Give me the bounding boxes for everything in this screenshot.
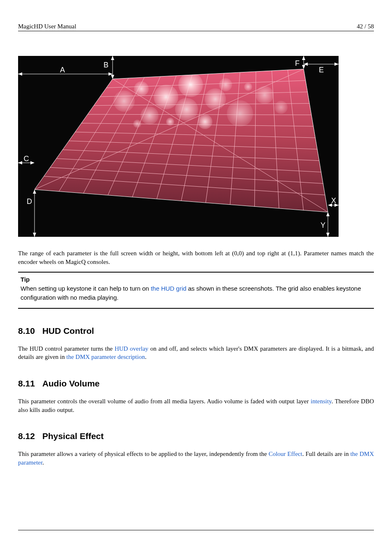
svg-point-31: [198, 114, 212, 129]
svg-point-37: [178, 72, 203, 97]
label-D: D: [27, 197, 32, 206]
tip-block: Tip When setting up keystone it can help…: [21, 275, 371, 302]
svg-point-39: [133, 120, 141, 128]
page-header: MagicHD User Manual 42 / 58: [18, 23, 374, 31]
tip-text-before: When setting up keystone it can help to …: [21, 285, 151, 292]
heading-8-12: 8.12Physical Effect: [18, 430, 374, 442]
label-Y: Y: [321, 221, 325, 229]
svg-point-26: [154, 85, 178, 109]
secno-8-11: 8.11: [18, 378, 35, 390]
paragraph-8-12: This parameter allows a variety of physi…: [18, 450, 374, 467]
svg-point-35: [219, 78, 232, 91]
link-intensity[interactable]: intensity: [311, 398, 332, 405]
title-8-11: Audio Volume: [42, 379, 100, 388]
paragraph-8-10: The HUD control parameter turns the HUD …: [18, 345, 374, 361]
secno-8-12: 8.12: [18, 430, 35, 442]
svg-point-40: [244, 83, 252, 91]
paragraph-8-11: This parameter controls the overall volu…: [18, 397, 374, 414]
svg-point-34: [134, 81, 149, 96]
footer-rule: [18, 530, 374, 530]
heading-8-10: 8.10HUD Control: [18, 325, 374, 337]
svg-point-29: [141, 106, 159, 125]
label-A: A: [60, 66, 65, 74]
label-B: B: [104, 61, 108, 69]
secno-8-10: 8.10: [18, 325, 35, 337]
keystone-figure: A B E F C: [18, 56, 374, 237]
tip-text: When setting up keystone it can help to …: [21, 284, 371, 302]
header-title: MagicHD User Manual: [18, 23, 76, 30]
paragraph-range: The range of each parameter is the full …: [18, 249, 374, 266]
label-E: E: [319, 66, 324, 74]
svg-point-38: [166, 118, 174, 126]
link-colour-effect[interactable]: Colour Effect: [269, 451, 302, 457]
link-hud-grid[interactable]: the HUD grid: [151, 285, 187, 292]
title-8-10: HUD Control: [42, 326, 94, 335]
label-X: X: [331, 197, 336, 205]
svg-point-28: [205, 88, 226, 110]
tip-bottom-rule: [18, 308, 374, 309]
label-F: F: [295, 59, 300, 67]
tip-top-rule: [18, 272, 374, 273]
svg-point-27: [175, 98, 198, 121]
header-page-number: 42 / 58: [357, 23, 374, 30]
svg-point-30: [227, 100, 253, 127]
heading-8-11: 8.11Audio Volume: [18, 378, 374, 390]
svg-point-33: [256, 86, 274, 104]
title-8-12: Physical Effect: [42, 431, 104, 441]
tip-label: Tip: [21, 275, 371, 284]
link-dmx-param-desc[interactable]: the DMX parameter description: [66, 354, 145, 360]
svg-point-36: [274, 101, 288, 114]
svg-point-32: [113, 90, 135, 112]
label-C: C: [24, 155, 29, 163]
keystone-diagram: A B E F C: [18, 56, 339, 237]
link-hud-overlay[interactable]: HUD overlay: [115, 345, 148, 352]
